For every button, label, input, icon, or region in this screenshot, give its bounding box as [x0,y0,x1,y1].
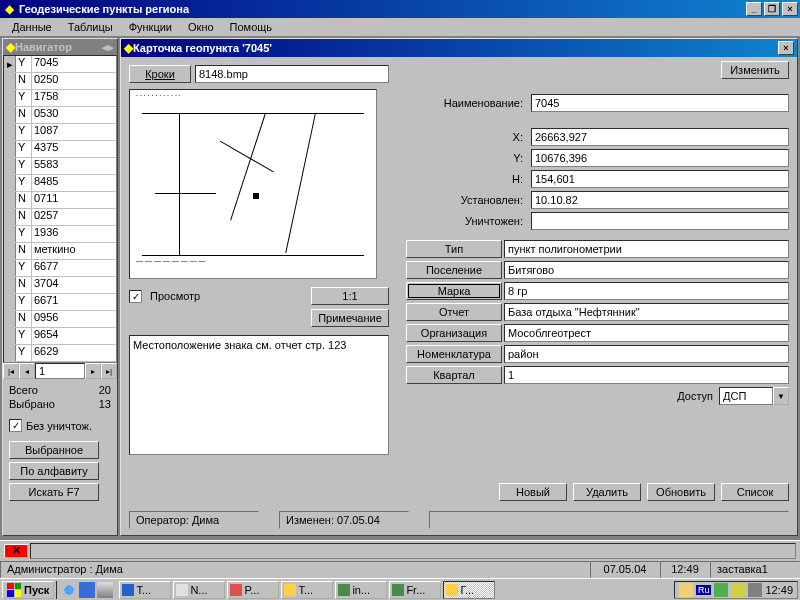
navigator-stats: Всего20 Выбрано13 [3,379,117,415]
note-button[interactable]: Примечание [311,309,389,327]
access-combo[interactable]: ДСП [719,387,773,405]
x-field[interactable]: 26663,927 [531,128,789,146]
menu-functions[interactable]: Функции [121,19,180,35]
name-field[interactable]: 7045 [531,94,789,112]
mark-button[interactable]: Марка [406,282,502,300]
taskbar-task[interactable]: Т... [119,581,171,599]
card-left-pane: Кроки 8148.bmp · · · · · · · · · · · · —… [129,65,389,455]
row-flag: Y [16,294,32,310]
grid-row[interactable]: Y5583 [4,158,116,175]
ql-ie-icon[interactable] [61,582,77,598]
report-field[interactable]: База отдыха "Нефтянник" [504,303,789,321]
navigator-grid[interactable]: ▸Y7045N0250Y1758N0530Y1087Y4375Y5583Y848… [3,55,117,363]
access-combo-button[interactable]: ▼ [773,387,789,405]
row-id: 7045 [32,56,116,72]
taskbar-task[interactable]: Fr... [389,581,441,599]
delete-button[interactable]: Удалить [573,483,641,501]
ratio-button[interactable]: 1:1 [311,287,389,305]
card-close-button[interactable]: × [778,41,794,55]
kroki-button[interactable]: Кроки [129,65,191,83]
nav-collapse-icon[interactable]: ◂▸ [102,41,114,54]
settlement-field[interactable]: Битягово [504,261,789,279]
taskbar-task[interactable]: P... [227,581,279,599]
nav-next-button[interactable]: ▸ [85,363,101,379]
ql-oe-icon[interactable] [79,582,95,598]
type-field[interactable]: пункт полигонометрии [504,240,789,258]
language-indicator[interactable]: Ru [696,585,712,595]
search-button[interactable]: Искать F7 [9,483,99,501]
quarter-field[interactable]: 1 [504,366,789,384]
edit-button[interactable]: Изменить [721,61,789,79]
tray-icon-2[interactable] [714,583,728,597]
nomen-field[interactable]: район [504,345,789,363]
row-id: 1758 [32,90,116,106]
row-flag: N [16,192,32,208]
preview-checkbox[interactable]: ✓ [129,290,142,303]
grid-row[interactable]: Y8485 [4,175,116,192]
grid-row[interactable]: Y9654 [4,328,116,345]
task-label: Г... [460,584,474,596]
settlement-button[interactable]: Поселение [406,261,502,279]
grid-row[interactable]: Y1758 [4,90,116,107]
app-exit-button[interactable]: ✕ [4,544,28,558]
grid-row[interactable]: Y6677 [4,260,116,277]
tray-icon-1[interactable] [679,583,693,597]
grid-row[interactable]: N0956 [4,311,116,328]
quarter-button[interactable]: Квартал [406,366,502,384]
bmp-filename-field[interactable]: 8148.bmp [195,65,389,83]
taskbar-task[interactable]: in... [335,581,387,599]
type-button[interactable]: Тип [406,240,502,258]
menu-tables[interactable]: Таблицы [60,19,121,35]
refresh-button[interactable]: Обновить [647,483,715,501]
grid-row[interactable]: ▸Y7045 [4,56,116,73]
grid-row[interactable]: N0711 [4,192,116,209]
taskbar-task[interactable]: N... [173,581,225,599]
tray-volume-icon[interactable] [748,583,762,597]
grid-row[interactable]: Y4375 [4,141,116,158]
menu-help[interactable]: Помощь [222,19,281,35]
nav-prev-button[interactable]: ◂ [19,363,35,379]
app-icon: ◆ [2,2,16,16]
quick-launch [56,581,117,599]
grid-row[interactable]: Y1087 [4,124,116,141]
grid-row[interactable]: Y1936 [4,226,116,243]
h-field[interactable]: 154,601 [531,170,789,188]
maximize-button[interactable]: ❐ [764,2,780,16]
menu-data[interactable]: Данные [4,19,60,35]
tray-icon-3[interactable] [731,583,745,597]
report-button[interactable]: Отчет [406,303,502,321]
close-button[interactable]: × [782,2,798,16]
taskbar-task[interactable]: Т... [281,581,333,599]
org-field[interactable]: Мособлгеотрест [504,324,789,342]
nav-last-button[interactable]: ▸| [101,363,117,379]
list-button[interactable]: Список [721,483,789,501]
selection-button[interactable]: Выбранное [9,441,99,459]
row-id: 1936 [32,226,116,242]
nomen-button[interactable]: Номенклатура [406,345,502,363]
grid-row[interactable]: N0257 [4,209,116,226]
grid-row[interactable]: Nметкино [4,243,116,260]
taskbar-task[interactable]: Г... [443,581,495,599]
grid-row[interactable]: N0530 [4,107,116,124]
grid-row[interactable]: Y6629 [4,345,116,362]
sort-alpha-button[interactable]: По алфавиту [9,462,99,480]
app-title: Геодезические пункты региона [19,3,744,15]
grid-row[interactable]: N3704 [4,277,116,294]
ql-desktop-icon[interactable] [97,582,113,598]
grid-row[interactable]: N0250 [4,73,116,90]
mark-field[interactable]: 8 гр [504,282,789,300]
nav-first-button[interactable]: |◂ [3,363,19,379]
note-textarea[interactable]: Местоположение знака см. отчет стр. 123 [129,335,389,455]
new-button[interactable]: Новый [499,483,567,501]
without-destroyed-checkbox[interactable]: ✓ [9,419,22,432]
nav-position-field[interactable]: 1 [35,363,85,379]
installed-field[interactable]: 10.10.82 [531,191,789,209]
menu-window[interactable]: Окно [180,19,222,35]
start-button[interactable]: Пуск [2,581,54,599]
y-field[interactable]: 10676,396 [531,149,789,167]
grid-row[interactable]: Y6671 [4,294,116,311]
destroyed-field[interactable] [531,212,789,230]
selected-value: 13 [99,398,111,410]
org-button[interactable]: Организация [406,324,502,342]
minimize-button[interactable]: _ [746,2,762,16]
